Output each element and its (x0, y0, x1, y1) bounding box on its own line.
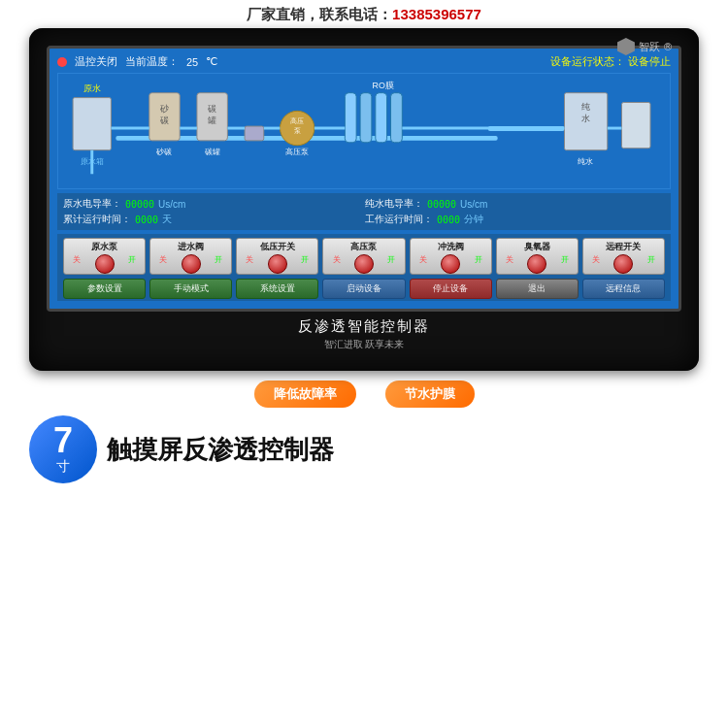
high-pressure-pump-off[interactable]: 关 (333, 254, 341, 274)
size-badge: 7 寸 (29, 415, 97, 483)
low-pressure-label: 低压开关 (239, 241, 315, 253)
svg-rect-23 (376, 93, 387, 143)
top-header: 厂家直销，联系电话：13385396577 (0, 0, 728, 28)
pure-conductivity-label: 纯水电导率： (365, 197, 423, 211)
promo-text: 厂家直销，联系电话： (247, 6, 392, 22)
work-runtime-unit: 分钟 (464, 213, 483, 226)
high-pressure-pump-btn[interactable]: 高压泵 关 开 (322, 238, 405, 275)
phone-number: 13385396577 (392, 6, 481, 22)
flush-valve-indicator[interactable] (441, 254, 460, 274)
svg-rect-21 (345, 93, 356, 143)
high-pressure-pump-on[interactable]: 开 (387, 254, 395, 274)
svg-text:砂碳: 砂碳 (155, 148, 172, 156)
bottom-section: 降低故障率 节水护膜 7 寸 触摸屏反渗透控制器 (0, 371, 728, 489)
inlet-valve-indicator[interactable] (182, 254, 201, 274)
svg-rect-29 (622, 103, 651, 149)
total-runtime-value: 0000 (135, 215, 158, 225)
low-pressure-on[interactable]: 开 (301, 254, 309, 274)
data-area: 原水电导率： 00000 Us/cm 纯水电导率： 00000 Us/cm 累计… (57, 193, 671, 230)
remote-switch-label: 远程开关 (585, 241, 662, 253)
inlet-valve-off[interactable]: 关 (159, 254, 167, 274)
stop-device-button[interactable]: 停止设备 (410, 279, 492, 299)
total-runtime-label: 累计运行时间： (63, 213, 131, 226)
device-subtitle: 智汇进取 跃享未来 (47, 338, 681, 357)
feature-badge-2: 节水护膜 (385, 381, 475, 408)
svg-text:碳: 碳 (207, 104, 216, 114)
manual-mode-button[interactable]: 手动模式 (149, 279, 232, 299)
svg-text:碳: 碳 (159, 116, 169, 125)
ozone-on[interactable]: 开 (561, 254, 569, 274)
pure-conductivity-value: 00000 (427, 199, 456, 210)
main-screen: 温控关闭 当前温度： 25 ℃ 设备运行状态： 设备停止 原水 (47, 46, 681, 312)
feature-badge-1: 降低故障率 (254, 381, 356, 408)
temp-dot-icon (57, 57, 67, 67)
switch-buttons-row: 原水泵 关 开 进水阀 关 开 (63, 238, 665, 275)
svg-text:原水箱: 原水箱 (81, 157, 104, 166)
remote-switch-indicator[interactable] (613, 254, 633, 274)
raw-pump-on[interactable]: 开 (128, 254, 136, 274)
raw-pump-off[interactable]: 关 (73, 254, 81, 274)
raw-pump-indicator[interactable] (95, 254, 115, 274)
remote-switch-off[interactable]: 关 (592, 254, 600, 274)
remote-switch-on[interactable]: 开 (647, 254, 655, 274)
svg-text:RO膜: RO膜 (373, 81, 394, 90)
raw-conductivity-row: 原水电导率： 00000 Us/cm (63, 197, 363, 211)
ozone-off[interactable]: 关 (506, 254, 513, 274)
ozone-btn[interactable]: 臭氧器 关 开 (496, 238, 579, 275)
flush-valve-btn[interactable]: 冲洗阀 关 开 (410, 238, 492, 275)
svg-text:砂: 砂 (159, 104, 169, 114)
brand-icon (617, 38, 635, 55)
svg-text:水: 水 (581, 114, 590, 123)
remote-info-button[interactable]: 远程信息 (582, 279, 665, 299)
low-pressure-btn[interactable]: 低压开关 关 开 (236, 238, 318, 275)
svg-text:原水: 原水 (83, 83, 101, 93)
current-temp-value: 25 (186, 56, 198, 68)
raw-conductivity-unit: Us/cm (158, 199, 185, 210)
svg-rect-22 (360, 93, 372, 143)
current-temp-unit: ℃ (206, 55, 217, 68)
device-status-label: 设备运行状态： (550, 55, 625, 67)
inlet-valve-btn[interactable]: 进水阀 关 开 (149, 238, 232, 275)
low-pressure-indicator[interactable] (268, 254, 287, 274)
action-buttons-row: 参数设置 手动模式 系统设置 启动设备 停止设备 退出 远程信息 (63, 279, 665, 299)
ozone-indicator[interactable] (527, 254, 546, 274)
device-title: 反渗透智能控制器 (47, 312, 681, 338)
svg-text:罐: 罐 (208, 116, 216, 125)
svg-text:高压: 高压 (290, 117, 304, 124)
param-setup-button[interactable]: 参数设置 (63, 279, 146, 299)
device-status-value: 设备停止 (628, 55, 671, 67)
svg-rect-15 (245, 126, 264, 141)
svg-text:纯水: 纯水 (578, 157, 593, 166)
raw-pump-label: 原水泵 (66, 241, 143, 253)
controls-area: 原水泵 关 开 进水阀 关 开 (57, 234, 671, 301)
raw-pump-btn[interactable]: 原水泵 关 开 (63, 238, 146, 275)
svg-rect-24 (391, 93, 403, 143)
exit-button[interactable]: 退出 (496, 279, 579, 299)
raw-conductivity-value: 00000 (125, 199, 154, 210)
product-row: 7 寸 触摸屏反渗透控制器 (29, 415, 699, 483)
svg-text:碳罐: 碳罐 (204, 148, 220, 156)
inlet-valve-on[interactable]: 开 (215, 254, 222, 274)
pure-conductivity-unit: Us/cm (460, 199, 487, 210)
inlet-valve-label: 进水阀 (152, 241, 229, 253)
system-setup-button[interactable]: 系统设置 (236, 279, 318, 299)
start-device-button[interactable]: 启动设备 (322, 279, 405, 299)
high-pressure-pump-indicator[interactable] (354, 254, 374, 274)
flush-valve-off[interactable]: 关 (419, 254, 427, 274)
brand-name: 智跃 (639, 40, 660, 54)
high-pressure-pump-label: 高压泵 (325, 241, 402, 253)
low-pressure-off[interactable]: 关 (246, 254, 253, 274)
flush-valve-label: 冲洗阀 (413, 241, 489, 253)
feature-badges: 降低故障率 节水护膜 (29, 381, 699, 408)
total-runtime-row: 累计运行时间： 0000 天 (63, 213, 363, 226)
work-runtime-label: 工作运行时间： (365, 213, 433, 226)
work-runtime-value: 0000 (437, 215, 460, 225)
svg-text:高压泵: 高压泵 (285, 148, 309, 156)
flush-valve-on[interactable]: 开 (475, 254, 482, 274)
svg-text:泵: 泵 (294, 127, 301, 135)
remote-switch-btn[interactable]: 远程开关 关 开 (582, 238, 665, 275)
ozone-label: 臭氧器 (499, 241, 576, 253)
svg-rect-3 (73, 98, 111, 150)
device-status-area: 设备运行状态： 设备停止 (550, 54, 671, 69)
total-runtime-unit: 天 (162, 213, 172, 226)
